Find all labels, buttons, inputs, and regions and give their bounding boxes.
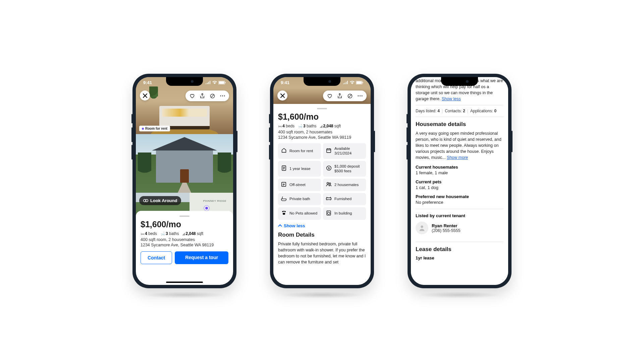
svg-point-30 <box>327 182 329 184</box>
svg-point-43 <box>327 211 328 212</box>
room-summary: 400 sqft room, 2 housemates <box>141 237 228 242</box>
map-pin-icon <box>205 207 208 209</box>
svg-point-42 <box>327 212 330 214</box>
chip-deposit: $ $1,000 deposit$500 fees <box>323 161 366 177</box>
svg-point-37 <box>282 211 283 212</box>
facts-row: 🛏4 beds 🛁3 baths ◢2,048 sqft <box>141 231 228 236</box>
lister-card[interactable]: Ryan Renter (206) 555-5555 <box>416 218 503 238</box>
parking-icon: P <box>281 182 287 188</box>
lister-phone[interactable]: (206) 555-5555 <box>432 228 460 233</box>
share-button[interactable] <box>335 92 344 100</box>
status-icons <box>343 81 363 84</box>
svg-point-6 <box>222 96 223 97</box>
calendar-icon <box>326 148 332 154</box>
room-details-body: Private fully furnished bedroom, private… <box>278 241 366 265</box>
chip-housemates: 2 housemates <box>323 179 366 191</box>
current-housemates-label: Current housemates <box>416 165 503 170</box>
house-icon <box>281 147 287 154</box>
svg-point-17 <box>361 96 362 97</box>
housemate-details-heading: Housemate details <box>416 121 503 128</box>
show-more-link[interactable]: Show more <box>447 155 468 160</box>
lease-details-heading: Lease details <box>416 246 503 253</box>
action-pill <box>185 90 229 101</box>
show-less-toggle[interactable]: Show less <box>278 223 366 228</box>
current-housemates-value: 1 female, 1 male <box>416 170 503 175</box>
preferred-housemate-value: No preference <box>416 200 503 205</box>
furnished-icon <box>326 196 332 202</box>
housemate-details-body: A very easy going open minded profession… <box>416 130 503 161</box>
chevron-up-icon <box>278 224 282 227</box>
svg-line-14 <box>348 95 351 97</box>
current-pets-value: 1 cat, 1 dog <box>416 185 503 190</box>
sheet-handle[interactable] <box>179 216 190 217</box>
status-icons <box>206 81 226 84</box>
svg-rect-11 <box>357 81 362 84</box>
share-button[interactable] <box>198 92 207 100</box>
chip-private-bath: Private bath <box>278 193 321 205</box>
show-less-link[interactable]: Show less <box>442 97 461 101</box>
bath-icon: 🛁 <box>298 124 303 128</box>
chip-room-for-rent: Room for rent <box>278 143 321 159</box>
room-summary: 400 sqft room, 2 housemates <box>278 130 366 134</box>
more-button[interactable] <box>355 92 365 100</box>
chip-laundry: In building <box>323 207 366 220</box>
chip-available: Available3/21/2024 <box>323 143 366 159</box>
document-icon <box>281 165 287 172</box>
bathtub-icon <box>281 196 287 202</box>
svg-rect-1 <box>219 81 224 84</box>
sqft-icon: ◢ <box>320 124 322 128</box>
home-indicator[interactable] <box>166 282 203 283</box>
svg-point-44 <box>421 226 423 228</box>
svg-line-4 <box>211 95 214 97</box>
feature-chips: Room for rent Available3/21/2024 1 year … <box>278 143 366 220</box>
look-around-button[interactable]: Look Around <box>139 196 181 205</box>
favorite-button[interactable] <box>325 92 334 100</box>
close-button[interactable] <box>277 90 287 101</box>
hide-button[interactable] <box>208 92 217 100</box>
sqft-icon: ◢ <box>182 232 185 236</box>
room-for-rent-badge: Room for rent <box>139 126 170 131</box>
chip-lease-term: 1 year lease <box>278 161 321 177</box>
address: 1234 Sycamore Ave, Seattle WA 98119 <box>141 243 228 247</box>
svg-rect-18 <box>327 149 331 153</box>
hide-button[interactable] <box>345 92 355 100</box>
preferred-housemate-label: Preferred new housemate <box>416 194 503 199</box>
listing-meta-row: Days listed: 4 | Contacts: 2 | Applicati… <box>416 105 503 117</box>
svg-rect-32 <box>326 198 331 199</box>
request-tour-button[interactable]: Request a tour <box>175 251 228 264</box>
address: 1234 Sycamore Ave, Seattle WA 98119 <box>278 135 366 140</box>
status-time: 9:41 <box>143 80 152 85</box>
people-icon <box>326 182 332 188</box>
action-pill <box>323 90 367 101</box>
price: $1,600/mo <box>278 112 366 122</box>
lister-name: Ryan Renter <box>432 223 460 228</box>
map-area-label: PHINNEY RIDGE <box>203 199 226 202</box>
svg-rect-2 <box>225 82 226 83</box>
avatar <box>416 222 428 234</box>
svg-point-7 <box>224 96 225 97</box>
bed-icon: 🛏 <box>141 232 144 236</box>
favorite-button[interactable] <box>187 92 197 100</box>
chip-furnished: Furnished <box>323 193 366 205</box>
svg-point-38 <box>283 210 284 212</box>
more-button[interactable] <box>218 92 227 100</box>
facts-row: 🛏4 beds 🛁3 baths ◢2,048 sqft <box>278 124 366 128</box>
svg-text:P: P <box>283 183 285 186</box>
dollar-icon: $ <box>326 165 332 172</box>
contact-button[interactable]: Contact <box>141 251 172 264</box>
close-button[interactable] <box>140 90 150 101</box>
price: $1,600/mo <box>141 220 228 229</box>
lease-term-line: 1yr lease <box>416 255 503 260</box>
exterior-photo[interactable] <box>136 134 233 193</box>
summary-sheet: $1,600/mo 🛏4 beds 🛁3 baths ◢2,048 sqft 4… <box>136 211 233 267</box>
details-sheet: $1,600/mo 🛏4 beds 🛁3 baths ◢2,048 sqft 4… <box>273 104 371 285</box>
laundry-icon <box>326 210 332 217</box>
bed-icon: 🛏 <box>278 124 282 128</box>
svg-point-39 <box>284 211 285 212</box>
svg-point-31 <box>329 183 331 184</box>
chip-no-pets: No Pets allowed <box>278 207 321 220</box>
sheet-handle[interactable] <box>317 108 327 109</box>
svg-rect-12 <box>363 82 363 83</box>
svg-point-16 <box>360 96 361 97</box>
svg-text:$: $ <box>328 167 330 170</box>
